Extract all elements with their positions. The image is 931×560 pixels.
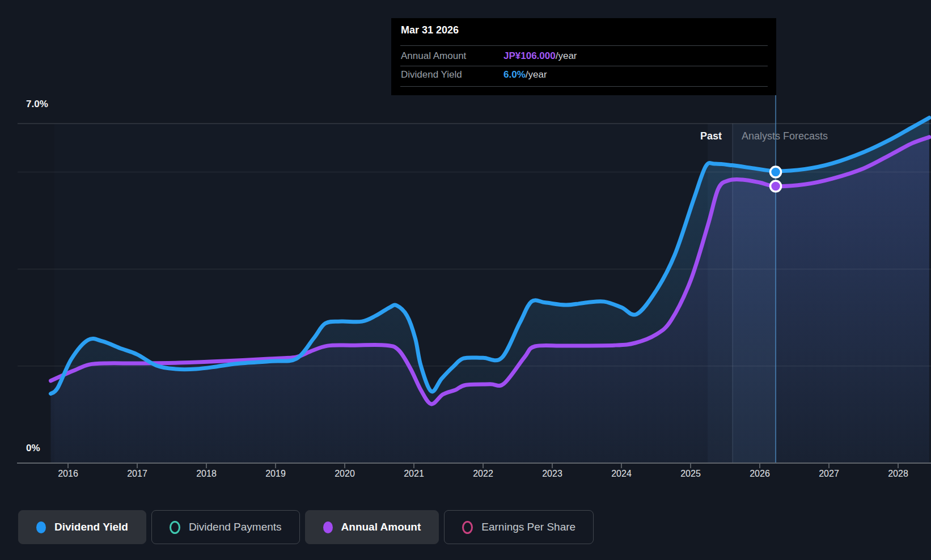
legend-label: Annual Amount [341, 521, 421, 533]
tooltip-value: 6.0%/year [503, 66, 547, 83]
x-axis-year-label: 2022 [458, 469, 509, 479]
x-axis-year-label: 2023 [527, 469, 578, 479]
y-axis-min-label: 0% [26, 443, 40, 454]
past-label: Past [637, 130, 722, 142]
tooltip-label: Annual Amount [401, 48, 466, 65]
legend-label: Dividend Payments [189, 521, 282, 533]
tooltip-row-annual-amount: Annual Amount JP¥106.000/year [391, 48, 776, 65]
x-axis-year-label: 2025 [665, 469, 716, 479]
earnings-per-share-ring-icon [462, 521, 473, 534]
tooltip-divider [400, 45, 768, 46]
dividend-payments-ring-icon [170, 521, 180, 534]
dividend-history-chart: Mar 31 2026 Annual Amount JP¥106.000/yea… [0, 0, 931, 560]
x-axis-year-label: 2020 [319, 469, 370, 479]
tooltip-row-dividend-yield: Dividend Yield 6.0%/year [391, 66, 776, 83]
x-axis-year-label: 2026 [734, 469, 785, 479]
tooltip-divider [400, 86, 768, 87]
annual-amount-dot-icon [323, 521, 333, 533]
x-axis-year-label: 2016 [43, 469, 94, 479]
y-axis-max-label: 7.0% [26, 99, 48, 110]
legend-toggle-dividend-yield[interactable]: Dividend Yield [18, 510, 146, 544]
legend-label: Dividend Yield [54, 521, 128, 533]
legend-toggle-annual-amount[interactable]: Annual Amount [305, 510, 439, 544]
x-axis-year-label: 2024 [596, 469, 647, 479]
legend-label: Earnings Per Share [481, 521, 575, 533]
chart-legend: Dividend Yield Dividend Payments Annual … [18, 510, 594, 544]
x-axis-year-label: 2021 [388, 469, 439, 479]
legend-toggle-earnings-per-share[interactable]: Earnings Per Share [444, 510, 594, 544]
dividend-yield-dot-icon [36, 521, 46, 533]
chart-tooltip: Mar 31 2026 Annual Amount JP¥106.000/yea… [391, 18, 776, 95]
x-axis-year-label: 2019 [250, 469, 301, 479]
tooltip-label: Dividend Yield [401, 66, 462, 83]
legend-toggle-dividend-payments[interactable]: Dividend Payments [151, 510, 300, 544]
x-axis-year-label: 2018 [181, 469, 232, 479]
x-axis-year-label: 2028 [873, 469, 924, 479]
x-axis-year-label: 2017 [112, 469, 163, 479]
analysts-forecasts-label: Analysts Forecasts [742, 130, 828, 142]
tooltip-date: Mar 31 2026 [401, 24, 459, 36]
tooltip-value: JP¥106.000/year [503, 48, 577, 65]
x-axis-year-label: 2027 [803, 469, 854, 479]
